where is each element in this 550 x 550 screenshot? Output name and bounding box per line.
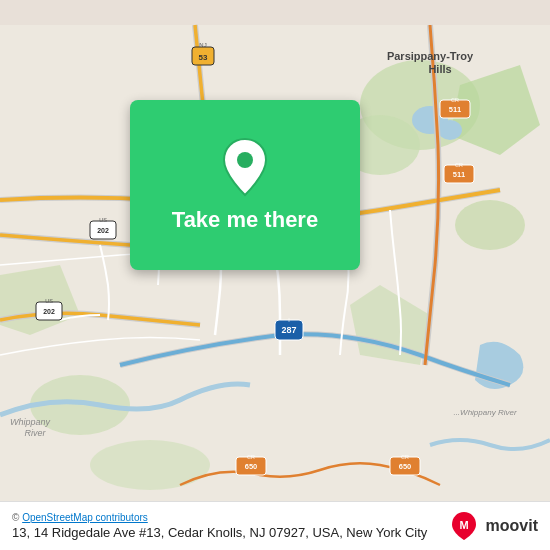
svg-text:...Whippany River: ...Whippany River: [453, 408, 516, 417]
svg-text:NJ: NJ: [199, 42, 206, 48]
map-background: 53 NJ 202 US 10 NJ 202 US 287 I 511 CR 5…: [0, 0, 550, 550]
bottom-bar: © OpenStreetMap contributors 13, 14 Ridg…: [0, 501, 550, 550]
svg-text:M: M: [459, 519, 468, 531]
take-me-there-button[interactable]: Take me there: [130, 100, 360, 270]
svg-text:River: River: [24, 428, 46, 438]
svg-text:US: US: [99, 217, 107, 223]
svg-text:511: 511: [449, 105, 462, 114]
svg-point-8: [90, 440, 210, 490]
map-container: 53 NJ 202 US 10 NJ 202 US 287 I 511 CR 5…: [0, 0, 550, 550]
svg-text:Hills: Hills: [428, 63, 451, 75]
svg-point-4: [455, 200, 525, 250]
osm-link[interactable]: OpenStreetMap contributors: [22, 512, 148, 523]
svg-text:Whippany: Whippany: [10, 417, 51, 427]
address-text: 13, 14 Ridgedale Ave #13, Cedar Knolls, …: [12, 525, 427, 540]
moovit-icon: M: [448, 510, 480, 542]
svg-text:CR: CR: [451, 97, 459, 103]
svg-text:CR: CR: [401, 454, 409, 460]
moovit-logo: M moovit: [448, 510, 538, 542]
svg-point-43: [237, 152, 253, 168]
address-section: © OpenStreetMap contributors 13, 14 Ridg…: [12, 512, 427, 540]
location-pin-icon: [220, 137, 270, 197]
svg-text:202: 202: [97, 227, 109, 234]
svg-text:650: 650: [399, 462, 412, 471]
svg-text:53: 53: [199, 53, 208, 62]
moovit-label: moovit: [486, 517, 538, 535]
svg-text:202: 202: [43, 308, 55, 315]
svg-text:650: 650: [245, 462, 258, 471]
svg-text:US: US: [45, 298, 53, 304]
svg-text:CR: CR: [247, 454, 255, 460]
svg-text:CR: CR: [455, 162, 463, 168]
osm-credit: © OpenStreetMap contributors: [12, 512, 427, 523]
copyright-symbol: ©: [12, 512, 19, 523]
svg-text:287: 287: [281, 325, 296, 335]
svg-text:Parsippany-Troy: Parsippany-Troy: [387, 50, 474, 62]
take-me-there-label: Take me there: [172, 207, 318, 233]
svg-text:511: 511: [453, 170, 466, 179]
svg-point-10: [438, 120, 462, 140]
